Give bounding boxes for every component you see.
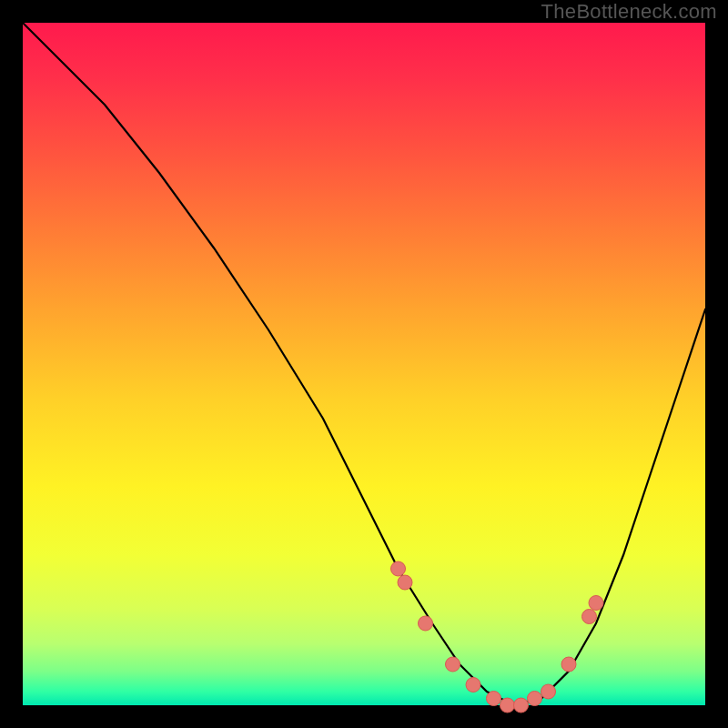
marker-point [487, 692, 501, 706]
marker-point [446, 657, 460, 672]
marker-point [582, 610, 597, 624]
marker-point [541, 684, 556, 699]
highlight-markers [391, 561, 604, 713]
marker-point [466, 678, 480, 693]
marker-point [514, 698, 529, 713]
marker-point [419, 616, 433, 631]
marker-point [589, 596, 603, 611]
marker-point [398, 575, 412, 590]
marker-point [500, 698, 515, 713]
watermark-text: TheBottleneck.com [541, 0, 717, 24]
chart-plot-area [23, 23, 705, 705]
marker-point [528, 692, 542, 706]
chart-svg [23, 23, 705, 705]
marker-point [561, 657, 576, 672]
marker-point [391, 561, 406, 576]
chart-frame: TheBottleneck.com [0, 0, 728, 728]
